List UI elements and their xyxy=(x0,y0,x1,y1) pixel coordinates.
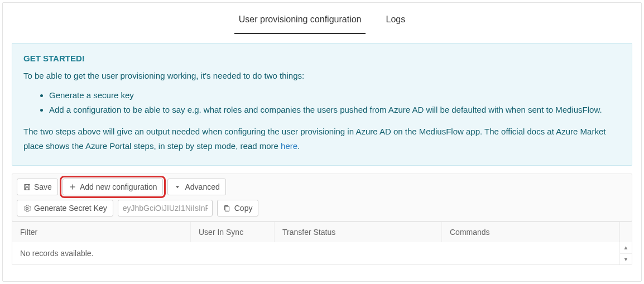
info-outro-period: . xyxy=(297,141,300,151)
advanced-button[interactable]: Advanced xyxy=(167,179,225,195)
chevron-down-icon: ▼ xyxy=(623,256,629,262)
grid-scrollbar: ▲ ▼ xyxy=(619,242,632,264)
gear-icon xyxy=(23,204,31,212)
column-user-in-sync[interactable]: User In Sync xyxy=(191,222,275,242)
toolbar-row-2: Generate Secret Key Copy xyxy=(17,200,627,216)
column-transfer-status[interactable]: Transfer Status xyxy=(275,222,442,242)
info-intro: To be able to get the user provisioning … xyxy=(23,71,621,80)
advanced-label: Advanced xyxy=(185,182,219,191)
triangle-down-icon xyxy=(174,183,181,191)
grid-empty-message: No records available. xyxy=(12,242,619,264)
grid-scroll-header xyxy=(619,222,632,242)
info-outro-text: The two steps above will give an output … xyxy=(23,127,605,151)
info-title: GET STARTED! xyxy=(23,54,621,63)
gen-secret-label: Generate Secret Key xyxy=(34,204,107,213)
save-button[interactable]: Save xyxy=(17,179,58,195)
tab-user-provisioning-configuration[interactable]: User provisioning configuration xyxy=(234,6,366,33)
toolbar-section: Save Add new configuration xyxy=(12,174,632,222)
info-steps-list: Generate a secure key Add a configuratio… xyxy=(23,88,621,117)
info-outro: The two steps above will give an output … xyxy=(23,124,621,153)
plus-icon xyxy=(69,183,76,191)
copy-icon xyxy=(223,204,231,212)
add-new-configuration-button[interactable]: Add new configuration xyxy=(63,179,164,195)
save-icon xyxy=(23,183,31,191)
svg-rect-7 xyxy=(225,206,229,211)
content-area: GET STARTED! To be able to get the user … xyxy=(3,34,641,265)
tab-label: User provisioning configuration xyxy=(239,15,362,24)
chevron-up-icon: ▲ xyxy=(623,244,629,251)
generate-secret-key-button[interactable]: Generate Secret Key xyxy=(17,200,113,216)
svg-rect-1 xyxy=(26,184,28,186)
tab-logs[interactable]: Logs xyxy=(381,6,410,33)
add-config-label: Add new configuration xyxy=(80,182,157,191)
info-docs-link[interactable]: here xyxy=(281,141,297,151)
svg-point-6 xyxy=(26,207,27,209)
save-label: Save xyxy=(34,182,52,191)
column-filter[interactable]: Filter xyxy=(12,222,191,242)
grid-header: Filter User In Sync Transfer Status Comm… xyxy=(12,222,632,242)
get-started-panel: GET STARTED! To be able to get the user … xyxy=(12,43,632,166)
column-commands[interactable]: Commands xyxy=(442,222,619,242)
scroll-up-button[interactable]: ▲ xyxy=(620,242,632,254)
scroll-down-button[interactable]: ▼ xyxy=(620,254,632,265)
svg-marker-5 xyxy=(176,186,179,188)
secret-key-field[interactable] xyxy=(118,200,213,216)
info-step-add-configuration: Add a configuration to be able to say e.… xyxy=(49,103,621,117)
config-grid: Filter User In Sync Transfer Status Comm… xyxy=(12,222,632,265)
tab-bar: User provisioning configuration Logs xyxy=(3,3,641,34)
copy-label: Copy xyxy=(234,204,253,213)
copy-button[interactable]: Copy xyxy=(217,200,259,216)
info-step-generate-key: Generate a secure key xyxy=(49,88,621,103)
svg-rect-2 xyxy=(25,187,28,190)
grid-body: No records available. ▲ ▼ xyxy=(12,242,632,264)
toolbar-row-1: Save Add new configuration xyxy=(17,179,627,195)
page-card: User provisioning configuration Logs GET… xyxy=(2,2,642,282)
tab-label: Logs xyxy=(386,15,405,24)
